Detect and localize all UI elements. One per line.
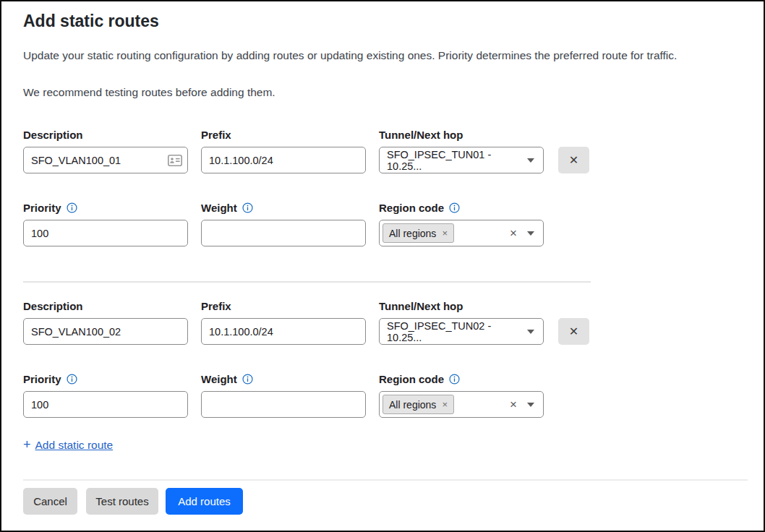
description-label: Description	[23, 300, 83, 312]
region-code-label: Region code	[379, 202, 460, 214]
add-static-routes-dialog: Add static routes Update your static rou…	[0, 0, 765, 532]
chevron-down-icon	[527, 403, 534, 407]
test-routes-button[interactable]: Test routes	[86, 488, 158, 515]
add-routes-button[interactable]: Add routes	[166, 488, 243, 515]
page-title: Add static routes	[23, 12, 159, 31]
clear-icon[interactable]: ×	[510, 227, 517, 239]
add-static-route-label: Add static route	[35, 439, 114, 452]
description-input[interactable]	[23, 318, 188, 345]
clear-icon[interactable]: ×	[510, 398, 517, 411]
chip-remove-icon[interactable]: ×	[442, 399, 448, 410]
tunnel-select[interactable]: SFO_IPSEC_TUN01 - 10.25...	[379, 147, 544, 173]
footer-divider	[23, 479, 748, 481]
prefix-label: Prefix	[201, 300, 231, 312]
info-icon[interactable]	[67, 202, 77, 213]
intro-text: Update your static routing configuration…	[23, 49, 750, 62]
info-icon[interactable]	[242, 374, 253, 385]
tunnel-label: Tunnel/Next hop	[379, 129, 463, 141]
chevron-down-icon	[527, 330, 534, 334]
prefix-input[interactable]	[201, 147, 366, 173]
route-row-1: Description Prefix Tunnel/Next hop SFO_I	[23, 129, 594, 252]
chip-remove-icon[interactable]: ×	[442, 228, 448, 239]
chevron-down-icon	[527, 231, 534, 236]
description-label: Description	[23, 129, 83, 141]
region-code-combobox[interactable]: All regions × ×	[379, 220, 544, 246]
add-static-route-link[interactable]: + Add static route	[23, 437, 113, 452]
weight-label: Weight	[201, 202, 253, 214]
priority-label: Priority	[23, 202, 77, 214]
description-input[interactable]	[23, 147, 188, 173]
info-icon[interactable]	[242, 202, 253, 213]
weight-input[interactable]	[201, 391, 366, 418]
region-chip: All regions ×	[382, 223, 454, 243]
info-icon[interactable]	[449, 374, 460, 385]
priority-label: Priority	[23, 373, 77, 385]
region-chip-label: All regions	[389, 228, 436, 239]
info-icon[interactable]	[449, 202, 460, 213]
plus-icon: +	[23, 437, 31, 452]
remove-route-button[interactable]: ✕	[558, 318, 589, 345]
route-row-2: Description Prefix Tunnel/Next hop SFO_I…	[23, 300, 594, 423]
info-icon[interactable]	[67, 374, 77, 385]
weight-input[interactable]	[201, 220, 366, 246]
section-divider	[23, 281, 591, 283]
chevron-down-icon	[527, 158, 534, 163]
tunnel-select-value: SFO_IPSEC_TUN02 - 10.25...	[387, 320, 527, 343]
weight-label: Weight	[201, 373, 253, 385]
region-chip: All regions ×	[382, 395, 454, 414]
prefix-label: Prefix	[201, 129, 231, 141]
priority-input[interactable]	[23, 220, 188, 246]
remove-route-button[interactable]: ✕	[558, 147, 589, 173]
tunnel-select-value: SFO_IPSEC_TUN01 - 10.25...	[387, 149, 527, 172]
prefix-input[interactable]	[201, 318, 366, 345]
tunnel-select[interactable]: SFO_IPSEC_TUN02 - 10.25...	[379, 318, 544, 345]
tunnel-label: Tunnel/Next hop	[379, 300, 463, 312]
region-code-combobox[interactable]: All regions × ×	[379, 391, 544, 418]
contact-card-icon[interactable]	[168, 155, 182, 166]
region-code-label: Region code	[379, 373, 460, 385]
note-text: We recommend testing routes before addin…	[23, 86, 750, 99]
region-chip-label: All regions	[389, 399, 436, 411]
priority-input[interactable]	[23, 391, 188, 418]
cancel-button[interactable]: Cancel	[23, 488, 77, 515]
